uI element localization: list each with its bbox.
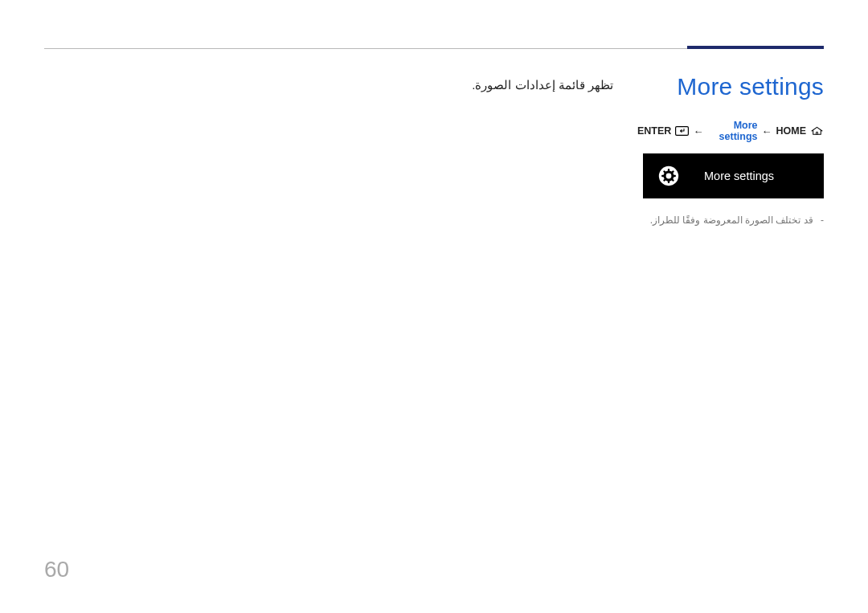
home-icon [810,126,824,136]
model-disclaimer-note: - قد تختلف الصورة المعروضة وفقًا للطراز. [637,215,824,226]
note-text: قد تختلف الصورة المعروضة وفقًا للطراز. [650,215,813,226]
svg-rect-2 [668,169,669,171]
section-title: More settings [637,73,824,100]
svg-rect-3 [668,181,669,183]
svg-rect-4 [661,175,664,177]
picture-settings-description: تظهر قائمة إعدادات الصورة. [44,78,613,92]
menu-item-label: More settings [704,170,774,182]
enter-icon [675,126,689,136]
header-accent [687,46,824,49]
gear-icon [657,165,680,187]
description-column: تظهر قائمة إعدادات الصورة. [44,73,637,92]
breadcrumb-arrow-1: ← [693,125,703,137]
breadcrumb-home-label: HOME [776,125,807,137]
content-row: تظهر قائمة إعدادات الصورة. More settings… [44,73,824,226]
note-dash: - [821,215,824,226]
svg-point-10 [666,174,672,179]
document-page: تظهر قائمة إعدادات الصورة. More settings… [0,0,868,613]
breadcrumb-enter-label: ENTER [637,125,671,137]
breadcrumb-arrow-2: ← [762,125,772,137]
more-settings-menu-item[interactable]: More settings [643,153,824,198]
page-number: 60 [44,557,69,582]
breadcrumb: ENTER ← More settings ← HOME [637,120,824,142]
svg-rect-5 [674,175,676,177]
header-rule [44,48,824,49]
breadcrumb-more-settings: More settings [707,120,757,142]
settings-panel: More settings ENTER ← More settings ← HO… [637,73,824,226]
